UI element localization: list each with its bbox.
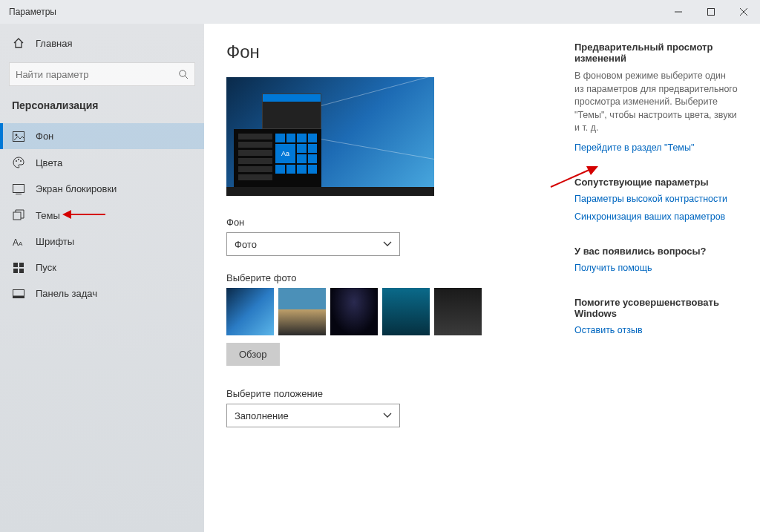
svg-marker-15 <box>62 210 71 219</box>
sidebar-section-title: Персонализация <box>0 96 204 123</box>
questions-heading: У вас появились вопросы? <box>574 246 738 257</box>
chevron-down-icon <box>383 241 392 247</box>
feedback-link[interactable]: Оставить отзыв <box>574 325 738 335</box>
sidebar-home-label: Главная <box>36 38 72 49</box>
image-icon <box>12 131 25 142</box>
svg-point-8 <box>16 160 17 162</box>
search-box[interactable] <box>9 62 195 86</box>
page-title: Фон <box>226 42 545 62</box>
svg-rect-11 <box>13 184 24 192</box>
high-contrast-link[interactable]: Параметры высокой контрастности <box>574 194 738 204</box>
related-heading: Сопутствующие параметры <box>574 177 738 188</box>
svg-point-4 <box>180 70 186 76</box>
photo-thumbnail[interactable] <box>278 288 326 335</box>
background-preview: Aa <box>226 77 434 196</box>
svg-rect-23 <box>13 295 24 298</box>
sidebar-item-label: Темы <box>36 210 60 221</box>
close-button[interactable] <box>727 0 760 24</box>
svg-text:A: A <box>19 240 23 247</box>
preview-start-menu: Aa <box>234 129 321 187</box>
background-select[interactable]: Фото <box>226 232 400 256</box>
maximize-button[interactable] <box>695 0 727 24</box>
sidebar-item-label: Фон <box>36 131 53 142</box>
annotation-arrow-icon <box>62 208 107 221</box>
home-icon <box>12 37 25 49</box>
photo-thumbnail[interactable] <box>382 288 430 335</box>
sidebar-item-label: Пуск <box>36 262 56 273</box>
svg-line-5 <box>185 76 188 79</box>
feedback-heading: Помогите усовершенствовать Windows <box>574 297 738 319</box>
svg-rect-13 <box>13 212 21 220</box>
browse-button[interactable]: Обзор <box>226 343 280 366</box>
svg-rect-1 <box>708 9 715 16</box>
window-title: Параметры <box>9 7 56 17</box>
svg-text:A: A <box>13 237 19 247</box>
photo-thumbnail[interactable] <box>434 288 482 335</box>
sidebar-item-fonts[interactable]: AA Шрифты <box>0 229 204 254</box>
preview-changes-heading: Предварительный просмотр изменений <box>574 42 738 64</box>
start-icon <box>12 263 25 273</box>
sidebar-item-label: Панель задач <box>36 288 97 299</box>
svg-rect-19 <box>19 263 24 267</box>
choose-photo-label: Выберите фото <box>226 272 545 283</box>
sidebar-item-label: Экран блокировки <box>36 183 117 194</box>
sidebar-item-label: Шрифты <box>36 236 74 247</box>
sidebar: Главная Персонализация Фон Цвета Экран б… <box>0 24 204 532</box>
sidebar-item-themes[interactable]: Темы <box>0 202 204 229</box>
lockscreen-icon <box>12 184 25 194</box>
sidebar-item-lockscreen[interactable]: Экран блокировки <box>0 176 204 202</box>
fit-select-value: Заполнение <box>235 410 289 421</box>
svg-marker-25 <box>586 166 598 175</box>
background-label: Фон <box>226 217 545 228</box>
sidebar-item-taskbar[interactable]: Панель задач <box>0 280 204 306</box>
svg-point-10 <box>20 160 22 162</box>
palette-icon <box>12 157 25 168</box>
preview-sample-window <box>262 93 321 129</box>
preview-changes-text: В фоновом режиме выберите один из параме… <box>574 70 738 135</box>
fit-select[interactable]: Заполнение <box>226 404 400 427</box>
sidebar-item-label: Цвета <box>36 157 62 168</box>
svg-rect-21 <box>19 269 24 273</box>
sidebar-home[interactable]: Главная <box>0 31 204 55</box>
titlebar: Параметры <box>0 0 760 24</box>
preview-tile-aa: Aa <box>275 144 295 163</box>
chevron-down-icon <box>383 413 392 418</box>
svg-point-9 <box>18 159 19 160</box>
svg-rect-20 <box>13 269 18 273</box>
sidebar-item-colors[interactable]: Цвета <box>0 149 204 176</box>
fit-label: Выберите положение <box>226 388 545 399</box>
themes-link[interactable]: Перейдите в раздел "Темы" <box>574 142 738 153</box>
sidebar-item-start[interactable]: Пуск <box>0 254 204 280</box>
photo-thumbnail[interactable] <box>330 288 378 335</box>
photo-thumbnails <box>226 288 545 335</box>
sync-settings-link[interactable]: Синхронизация ваших параметров <box>574 211 738 222</box>
get-help-link[interactable]: Получить помощь <box>574 263 738 273</box>
sidebar-item-background[interactable]: Фон <box>0 123 204 149</box>
minimize-button[interactable] <box>662 0 695 24</box>
svg-point-7 <box>16 134 18 136</box>
svg-rect-18 <box>13 263 18 267</box>
search-input[interactable] <box>16 69 178 80</box>
search-icon <box>178 69 189 79</box>
fonts-icon: AA <box>12 237 25 247</box>
themes-icon <box>12 209 25 221</box>
taskbar-icon <box>12 289 25 298</box>
background-select-value: Фото <box>235 239 257 250</box>
photo-thumbnail[interactable] <box>226 288 274 335</box>
